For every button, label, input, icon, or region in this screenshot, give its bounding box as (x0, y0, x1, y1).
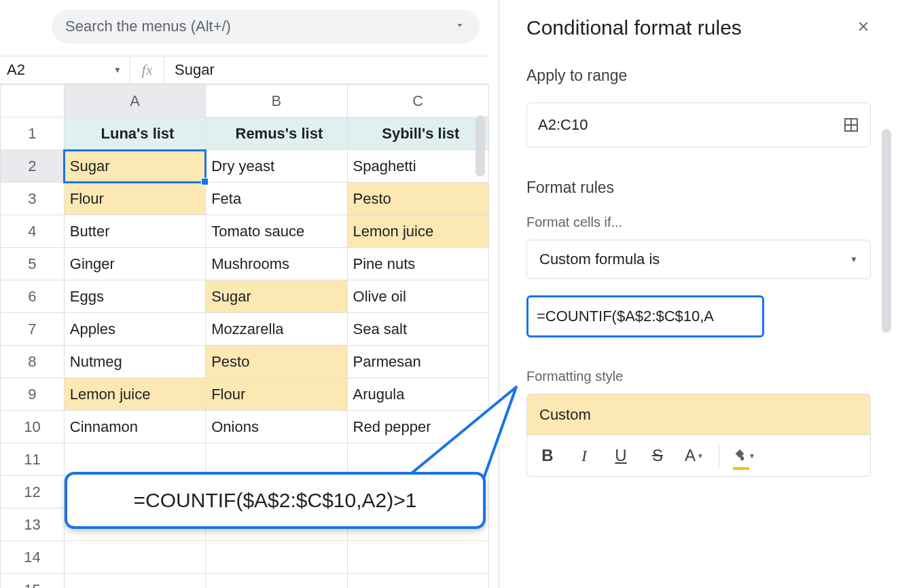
cell[interactable]: Tomato sauce (206, 215, 347, 248)
cell[interactable]: Eggs (64, 280, 205, 313)
underline-button[interactable]: U (609, 443, 633, 468)
row-header[interactable]: 15 (1, 574, 65, 589)
cell[interactable]: Butter (64, 215, 205, 248)
style-preview[interactable]: Custom (526, 394, 871, 435)
select-range-icon[interactable] (843, 117, 859, 133)
cell[interactable]: Red pepper (347, 411, 488, 443)
column-header[interactable]: C (347, 85, 488, 117)
row-header[interactable]: 2 (1, 150, 65, 183)
cell[interactable] (347, 443, 488, 476)
separator (719, 443, 719, 468)
row-header[interactable]: 12 (1, 476, 65, 509)
row-header[interactable]: 8 (1, 346, 65, 378)
cell[interactable] (206, 443, 347, 476)
cell[interactable]: Mushrooms (206, 248, 347, 280)
cell[interactable]: Sugar (64, 150, 205, 183)
chevron-down-icon: ▼ (850, 255, 858, 264)
menu-search-placeholder: Search the menus (Alt+/) (65, 18, 454, 35)
formula-callout: =COUNTIF($A$2:$C$10,A2)>1 (65, 472, 486, 529)
cell[interactable]: Feta (206, 183, 347, 215)
name-box[interactable]: A2 ▼ (0, 56, 130, 84)
cell[interactable]: Remus's list (206, 117, 347, 150)
cell[interactable]: Lemon juice (347, 215, 488, 248)
conditional-format-panel: Conditional format rules Apply to range … (499, 0, 898, 588)
row-header[interactable]: 11 (1, 443, 65, 476)
range-input[interactable]: A2:C10 (526, 103, 871, 147)
formula-bar-row: A2 ▼ fx Sugar (0, 56, 489, 84)
row-header[interactable]: 6 (1, 280, 65, 313)
chevron-down-icon[interactable] (454, 19, 466, 35)
fx-icon: fx (130, 56, 164, 84)
chevron-down-icon[interactable]: ▼ (113, 65, 122, 75)
close-icon[interactable] (856, 18, 871, 39)
cell[interactable]: Dry yeast (206, 150, 347, 183)
bold-button[interactable]: B (535, 443, 560, 468)
row-header[interactable]: 9 (1, 378, 65, 411)
chevron-down-icon: ▼ (697, 452, 704, 460)
formatting-style-label: Formatting style (526, 369, 871, 384)
custom-formula-value: =COUNTIF($A$2:$C$10,A (537, 308, 714, 325)
cell[interactable]: Pesto (206, 346, 347, 378)
row-header[interactable]: 5 (1, 248, 65, 280)
cell[interactable]: Pesto (347, 183, 488, 215)
cell[interactable] (64, 443, 205, 476)
cell[interactable]: Flour (206, 378, 347, 411)
strikethrough-button[interactable]: S (645, 443, 670, 468)
chevron-down-icon: ▼ (749, 452, 755, 460)
row-header[interactable]: 4 (1, 215, 65, 248)
cell[interactable]: Nutmeg (64, 346, 205, 378)
row-header[interactable]: 1 (1, 117, 65, 150)
custom-formula-input[interactable]: =COUNTIF($A$2:$C$10,A (526, 295, 764, 337)
menu-search[interactable]: Search the menus (Alt+/) (52, 10, 480, 43)
row-header[interactable]: 3 (1, 183, 65, 215)
column-header[interactable]: A (64, 85, 205, 117)
cell[interactable]: Sybill's list (347, 117, 488, 150)
italic-button[interactable]: I (572, 443, 596, 468)
fill-color-button[interactable]: ▼ (732, 443, 756, 468)
row-header[interactable]: 13 (1, 509, 65, 541)
range-input-value: A2:C10 (538, 116, 588, 134)
cell[interactable]: Spaghetti (347, 150, 488, 183)
format-cells-if-label: Format cells if... (526, 215, 871, 230)
cell[interactable]: Arugula (347, 378, 488, 411)
cell[interactable]: Mozzarella (206, 313, 347, 346)
cell[interactable]: Pine nuts (347, 248, 488, 280)
callout-text: =COUNTIF($A$2:$C$10,A2)>1 (134, 489, 417, 512)
format-rules-label: Format rules (526, 179, 871, 197)
cell[interactable]: Apples (64, 313, 205, 346)
cell[interactable] (347, 574, 488, 589)
row-header[interactable]: 14 (1, 541, 65, 574)
formula-bar-input[interactable]: Sugar (164, 61, 489, 79)
panel-scrollbar[interactable] (882, 129, 891, 333)
column-header[interactable]: B (206, 85, 347, 117)
text-color-button[interactable]: A▼ (682, 443, 706, 468)
format-toolbar: B I U S A▼ ▼ (526, 435, 871, 477)
row-header[interactable]: 7 (1, 313, 65, 346)
cell[interactable]: Lemon juice (64, 378, 205, 411)
cell[interactable] (206, 574, 347, 589)
cell[interactable]: Olive oil (347, 280, 488, 313)
panel-title: Conditional format rules (526, 16, 742, 39)
vertical-scrollbar[interactable] (475, 115, 485, 177)
cell[interactable]: Ginger (64, 248, 205, 280)
select-all-cell[interactable] (1, 85, 65, 117)
cell[interactable]: Flour (64, 183, 205, 215)
cell[interactable]: Parmesan (347, 346, 488, 378)
cell[interactable]: Luna's list (64, 117, 205, 150)
cell[interactable] (64, 541, 205, 574)
cell[interactable] (64, 574, 205, 589)
cell[interactable] (206, 541, 347, 574)
cell[interactable]: Sea salt (347, 313, 488, 346)
cell[interactable]: Onions (206, 411, 347, 443)
condition-value: Custom formula is (539, 251, 660, 268)
cell[interactable] (347, 541, 488, 574)
cell[interactable]: Cinnamon (64, 411, 205, 443)
cell[interactable]: Sugar (206, 280, 347, 313)
row-header[interactable]: 10 (1, 411, 65, 443)
name-box-value: A2 (7, 61, 113, 79)
apply-to-range-label: Apply to range (526, 67, 871, 85)
condition-dropdown[interactable]: Custom formula is ▼ (526, 240, 871, 279)
